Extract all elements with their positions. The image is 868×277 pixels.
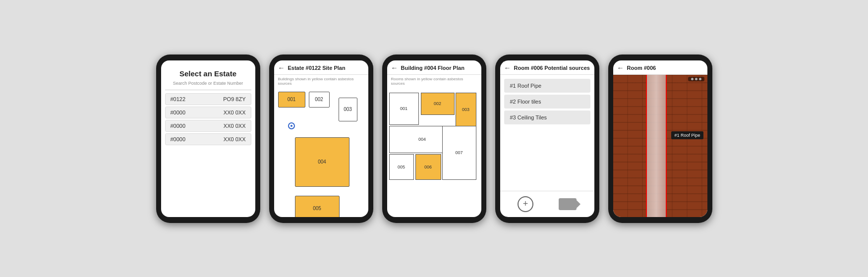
estate-number: #0000 [171,136,186,142]
list-item[interactable]: #0000 XX0 0XX [165,120,251,132]
source-number-1: #1 [510,83,516,89]
room-007[interactable]: 007 [442,126,476,180]
estate-number: #0122 [171,96,186,102]
floor-plan-title: Building #004 Floor Plan [401,65,464,71]
source-name-3: Ceiling Tiles [518,114,547,120]
building-002[interactable]: 002 [309,92,330,108]
room-photo-title: Room #006 [627,65,656,71]
video-button[interactable] [559,198,577,210]
building-004[interactable]: 004 [295,137,349,187]
back-arrow-icon[interactable]: ← [391,64,398,72]
estate-postcode: XX0 0XX [224,136,246,142]
building-003[interactable]: 003 [339,98,357,121]
photo-top-bar [688,77,704,81]
phone-1: Select an Estate Search Postcode or Esta… [156,55,260,223]
screens-container: Select an Estate Search Postcode or Esta… [156,55,712,223]
list-item[interactable]: #0000 XX0 0XX [165,133,251,145]
add-source-button[interactable]: + [518,196,533,212]
source-name-1: Roof Pipe [518,83,541,89]
dot-1 [691,78,694,80]
list-item[interactable]: #0122 PO9 8ZY [165,93,251,105]
screen-floor-plan: ← Building #004 Floor Plan Rooms shown i… [387,60,481,217]
room-006[interactable]: 006 [415,154,441,180]
room-003[interactable]: 003 [456,93,476,126]
room-002[interactable]: 002 [421,93,455,115]
back-arrow-icon[interactable]: ← [504,64,511,72]
screen-room-photo: ← Room #006 #1 Roof Pipe [613,60,707,217]
estate-list: #0122 PO9 8ZY #0000 XX0 0XX #0000 XX0 0X… [161,93,255,145]
source-item-3[interactable]: #3 Ceiling Tiles [504,111,590,124]
back-arrow-icon[interactable]: ← [278,64,285,72]
sources-header: ← Room #006 Potential sources [500,60,594,75]
floor-plan-subtitle: Rooms shown in yellow contain asbestos s… [387,75,481,88]
floor-plan-area: 001 002 003 004 005 006 007 [387,88,481,217]
list-item[interactable]: #0000 XX0 0XX [165,107,251,118]
select-estate-title: Select an Estate [161,60,255,81]
sources-footer: + [500,191,594,217]
screen-sources: ← Room #006 Potential sources #1 Roof Pi… [500,60,594,217]
phone-3: ← Building #004 Floor Plan Rooms shown i… [382,55,486,223]
dot-3 [699,78,701,80]
screen-select-estate: Select an Estate Search Postcode or Esta… [161,60,255,217]
pipe-overlay [646,75,667,217]
photo-area: #1 Roof Pipe [613,75,707,217]
location-icon [287,121,294,128]
source-name-2: Floor tiles [518,99,541,105]
site-plan-header: ← Estate #0122 Site Plan [274,60,368,75]
search-hint: Search Postcode or Estate Number [165,81,251,90]
estate-number: #0000 [171,123,186,129]
roof-pipe-label: #1 Roof Pipe [671,131,703,139]
phone-4: ← Room #006 Potential sources #1 Roof Pi… [495,55,599,223]
back-arrow-icon[interactable]: ← [617,64,624,72]
room-001[interactable]: 001 [389,93,419,125]
estate-number: #0000 [171,110,186,115]
estate-postcode: PO9 8ZY [223,96,245,102]
room-photo-header: ← Room #006 [613,60,707,75]
floor-plan-header: ← Building #004 Floor Plan [387,60,481,75]
site-plan-title: Estate #0122 Site Plan [288,65,346,71]
sources-list: #1 Roof Pipe #2 Floor tiles #3 Ceiling T… [500,75,594,191]
screen-site-plan: ← Estate #0122 Site Plan Buildings shown… [274,60,368,217]
site-plan-area: 001 002 003 004 005 [274,88,368,217]
sources-title: Room #006 Potential sources [514,65,590,71]
estate-postcode: XX0 0XX [224,123,246,129]
phone-5: ← Room #006 #1 Roof Pipe [608,55,712,223]
phone-2: ← Estate #0122 Site Plan Buildings shown… [269,55,373,223]
source-number-3: #3 [510,114,516,120]
building-005[interactable]: 005 [295,196,340,217]
brick-background: #1 Roof Pipe [613,75,707,217]
room-005[interactable]: 005 [389,154,414,180]
source-item-2[interactable]: #2 Floor tiles [504,95,590,109]
building-001[interactable]: 001 [278,92,305,108]
source-item-1[interactable]: #1 Roof Pipe [504,79,590,93]
dot-2 [695,78,697,80]
estate-postcode: XX0 0XX [224,110,246,115]
source-number-2: #2 [510,99,516,105]
site-plan-subtitle: Buildings shown in yellow contain asbest… [274,75,368,88]
